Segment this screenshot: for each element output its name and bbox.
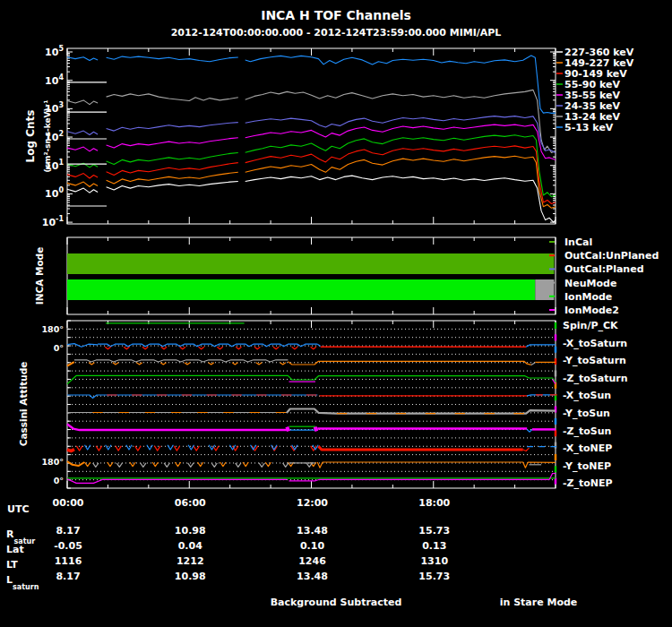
ephemeris-value: 8.17 — [56, 571, 80, 582]
attitude-legend-entry: -Z_toSaturn — [563, 373, 628, 384]
mode-legend-entry: InCal — [564, 236, 592, 248]
attitude-panel-label: Cassini Attitude — [18, 362, 29, 447]
attitude-trace--z-tosun — [287, 427, 289, 432]
flux-y-axis-label: Log Cnts — [24, 110, 37, 163]
utc-axis-label: UTC — [7, 503, 30, 515]
ephemeris-value: 0.04 — [178, 540, 202, 552]
attitude-legend-entry: Spin/P_CK — [563, 320, 618, 331]
mode-legend-entry: OutCal:UnPlaned — [564, 250, 659, 262]
attitude-legend-entry: -X_toSaturn — [563, 338, 627, 349]
attitude-legend-entry: -Z_toSun — [563, 425, 611, 437]
ephemeris-value: 10.98 — [175, 525, 206, 537]
mode-bar-1-segment — [67, 253, 554, 274]
flux-legend-entry: 5-13 keV — [564, 122, 614, 133]
attitude-degree-label: 180° — [41, 457, 64, 467]
utc-tick-label: 00:00 — [52, 497, 83, 509]
footer-stare-mode: in Stare Mode — [500, 597, 578, 608]
mode-legend-entry: IonMode — [564, 291, 612, 303]
utc-tick-label: 18:00 — [418, 497, 450, 509]
ephemeris-value: 0.13 — [422, 540, 446, 552]
ephemeris-value: -0.05 — [54, 540, 82, 552]
attitude-degree-label: 180° — [41, 324, 64, 334]
attitude-trace--x-tonep — [67, 450, 74, 451]
attitude-degree-label: 0° — [54, 343, 64, 353]
attitude-degree-label: 0° — [54, 476, 64, 485]
ephemeris-value: 0.10 — [300, 540, 324, 552]
attitude-legend-entry: -X_toSun — [563, 390, 611, 401]
ephemeris-value: 1212 — [177, 555, 204, 567]
ephemeris-value: 13.48 — [297, 525, 328, 537]
mode-legend-entry: OutCal:Planed — [564, 263, 644, 275]
attitude-legend-entry: -Y_toSaturn — [563, 355, 626, 366]
mode-legend-entry: NeuMode — [564, 278, 616, 289]
ephemeris-value: 10.98 — [175, 571, 206, 582]
utc-tick-label: 06:00 — [175, 497, 206, 509]
mode-legend-entry: IonMode2 — [564, 305, 619, 316]
attitude-legend-entry: -Z_toNEP — [563, 477, 613, 489]
attitude-legend-entry: -Y_toNEP — [563, 460, 611, 472]
page-title: INCA H TOF Channels — [261, 8, 411, 22]
footer-background-subtracted: Background Subtracted — [271, 597, 402, 608]
ephemeris-value: 1116 — [55, 555, 82, 567]
figure-svg: INCA H TOF Channels 2012-124T00:00:00.00… — [0, 0, 672, 627]
ephemeris-value: 1246 — [298, 555, 326, 567]
mode-panel-label: INCA Mode — [34, 247, 45, 305]
inca-tof-figure: INCA H TOF Channels 2012-124T00:00:00.00… — [0, 0, 672, 627]
attitude-trace--z-tosun — [315, 427, 317, 432]
page-subtitle: 2012-124T00:00:00.000 - 2012-124T23:59:0… — [171, 27, 502, 39]
ephemeris-value: 13.48 — [297, 571, 328, 582]
ephemeris-row-label: LT — [6, 559, 18, 571]
ephemeris-value: 1310 — [420, 555, 448, 567]
utc-tick-label: 12:00 — [297, 497, 328, 509]
mode-bar-2-segment — [67, 279, 535, 300]
attitude-legend-entry: -Y_toSun — [563, 408, 610, 419]
ephemeris-value: 15.73 — [418, 525, 450, 537]
attitude-legend-entry: -X_toNEP — [563, 442, 612, 454]
ephemeris-value: 15.73 — [418, 571, 450, 582]
ephemeris-row-label: Lat — [6, 544, 24, 555]
ephemeris-value: 8.17 — [56, 525, 80, 537]
